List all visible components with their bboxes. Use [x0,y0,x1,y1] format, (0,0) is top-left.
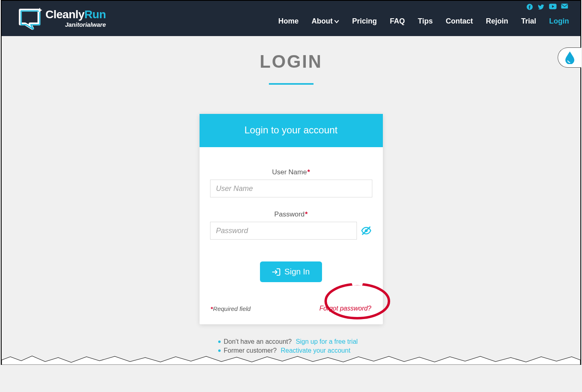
social-links [526,3,568,11]
password-label: Password* [274,210,307,218]
site-header: CleanlyRun Janitorialware Home About [2,1,580,36]
eye-slash-icon [361,226,372,235]
required-asterisk: * [307,168,310,176]
forgot-password-link[interactable]: Forgot password? [319,305,371,312]
required-field-note: *Required field [211,305,251,312]
toggle-password-visibility-button[interactable] [357,226,372,235]
nav-trial[interactable]: Trial [521,17,536,26]
signup-free-trial-link[interactable]: Sign up for a free trial [296,338,358,345]
primary-nav: Home About Pricing FAQ Tips Contact Rejo… [278,17,569,26]
droplet-icon [565,51,575,64]
nav-home[interactable]: Home [278,17,299,26]
bullet-icon [218,349,221,352]
username-input[interactable] [210,180,372,197]
torn-edge-decoration [2,353,580,365]
password-label-text: Password [274,210,305,218]
main-content: LOGIN Login to your account User Name* P… [2,36,580,354]
brand-logo[interactable]: CleanlyRun Janitorialware [15,1,106,36]
password-input[interactable] [210,222,357,240]
logo-mark-icon [15,6,44,31]
nav-tips[interactable]: Tips [418,17,433,26]
signup-line: Don't have an account? Sign up for a fre… [218,338,393,345]
facebook-icon[interactable] [526,3,533,11]
envelope-icon[interactable] [561,3,568,11]
nav-rejoin[interactable]: Rejoin [486,17,508,26]
youtube-icon[interactable] [549,3,557,11]
title-underline [269,83,314,85]
sign-in-button-label: Sign In [284,267,309,276]
username-label: User Name* [272,168,310,176]
nav-contact[interactable]: Contact [446,17,473,26]
signup-line-text: Don't have an account? [224,338,292,345]
brand-subtitle: Janitorialware [65,21,106,28]
nav-pricing[interactable]: Pricing [352,17,377,26]
nav-about[interactable]: About [311,17,339,26]
password-group: Password* [210,210,372,240]
brand-name: CleanlyRun [45,9,106,20]
chevron-down-icon [334,17,339,26]
nav-about-label: About [311,17,333,26]
login-card: Login to your account User Name* Passwor… [200,114,383,324]
sign-in-button[interactable]: Sign In [260,261,322,282]
bullet-icon [218,341,221,343]
nav-login[interactable]: Login [549,17,569,26]
svg-rect-1 [561,4,568,9]
required-asterisk: * [305,210,308,218]
username-label-text: User Name [272,168,307,176]
page-title: LOGIN [2,51,580,72]
secondary-links: Don't have an account? Sign up for a fre… [190,338,393,354]
username-group: User Name* [210,168,372,197]
twitter-icon[interactable] [537,3,545,11]
login-card-header: Login to your account [200,114,383,147]
theme-droplet-tab[interactable] [558,47,581,68]
nav-faq[interactable]: FAQ [390,17,405,26]
sign-in-icon [272,268,280,276]
